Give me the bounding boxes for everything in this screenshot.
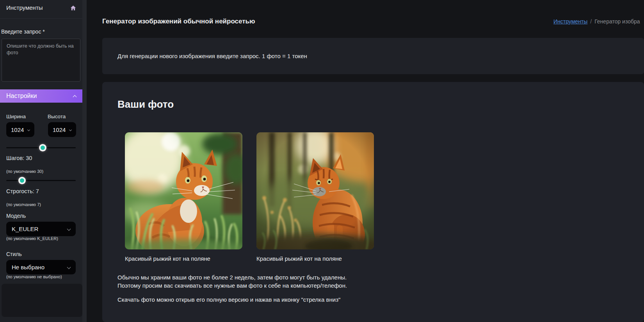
chevron-down-icon bbox=[67, 227, 71, 231]
height-select-value: 1024 bbox=[53, 126, 69, 133]
photos-panel: Ваши фото bbox=[102, 82, 644, 322]
breadcrumb: Инструменты/Генератор изобра bbox=[553, 18, 644, 25]
breadcrumb-separator: / bbox=[590, 18, 592, 25]
prompt-input[interactable] bbox=[2, 39, 80, 82]
breadcrumb-current: Генератор изобра bbox=[594, 18, 640, 25]
photo-caption: Красивый рыжий кот на поляне bbox=[125, 255, 210, 262]
storage-note-line1: Обычно мы храним ваши фото не более 2 не… bbox=[117, 274, 347, 281]
cat-forest-image bbox=[256, 132, 374, 249]
app-root: Инструменты Введите запрос * Настройки Ш… bbox=[0, 0, 644, 322]
home-icon[interactable] bbox=[70, 5, 76, 11]
notice-box: Для генерации нового изображения введите… bbox=[102, 38, 644, 74]
prompt-label: Введите запрос * bbox=[1, 28, 45, 35]
page-title: Генератор изображений обычной нейросетью bbox=[102, 18, 255, 25]
chevron-down-icon bbox=[67, 265, 71, 269]
steps-slider[interactable] bbox=[6, 147, 76, 148]
sidebar: Инструменты Введите запрос * Настройки Ш… bbox=[0, 0, 82, 322]
model-select[interactable]: K_EULER bbox=[6, 222, 76, 236]
steps-default-hint: (по умолчанию 30) bbox=[6, 169, 43, 174]
cat-meadow-image bbox=[125, 132, 242, 249]
model-label: Модель bbox=[6, 213, 26, 219]
sidebar-title: Инструменты bbox=[6, 4, 43, 11]
photos-heading: Ваши фото bbox=[117, 98, 174, 110]
height-label: Высота bbox=[48, 114, 66, 119]
steps-label: Шагов: 30 bbox=[6, 155, 32, 161]
strictness-slider[interactable] bbox=[6, 180, 76, 181]
sidebar-bottom-panel bbox=[2, 284, 82, 317]
style-select-value: Не выбрано bbox=[12, 264, 68, 270]
model-default-hint: (по умолчанию K_EULER) bbox=[6, 236, 58, 241]
strictness-label: Строгость: 7 bbox=[6, 188, 39, 194]
settings-header-label: Настройки bbox=[6, 93, 73, 100]
photo-caption: Красивый рыжий кот на поляне bbox=[256, 255, 342, 262]
strictness-default-hint: (по умолчанию 7) bbox=[6, 202, 41, 207]
storage-note-line2: Поэтому просим вас скачивать все нужные … bbox=[117, 282, 347, 289]
height-select[interactable]: 1024 bbox=[48, 122, 76, 137]
sidebar-scrollbar[interactable] bbox=[82, 0, 87, 322]
strictness-slider-thumb[interactable] bbox=[18, 177, 26, 184]
width-label: Ширина bbox=[6, 114, 26, 119]
style-select[interactable]: Не выбрано bbox=[6, 260, 76, 274]
download-note: Скачать фото можно открыв его полную вер… bbox=[117, 296, 340, 303]
width-select[interactable]: 1024 bbox=[6, 122, 34, 137]
steps-slider-thumb[interactable] bbox=[39, 144, 46, 151]
model-select-value: K_EULER bbox=[12, 226, 68, 232]
style-label: Стиль bbox=[6, 251, 22, 257]
settings-section-header[interactable]: Настройки bbox=[0, 89, 82, 103]
chevron-down-icon bbox=[27, 128, 30, 131]
style-default-hint: (по умолчанию не выбрано) bbox=[6, 274, 62, 279]
generated-photo-1[interactable] bbox=[125, 132, 242, 249]
chevron-up-icon bbox=[73, 95, 77, 99]
chevron-down-icon bbox=[69, 128, 72, 131]
notice-text: Для генерации нового изображения введите… bbox=[117, 53, 307, 59]
generated-photo-2[interactable] bbox=[256, 132, 374, 249]
sidebar-divider bbox=[0, 18, 82, 19]
breadcrumb-link-tools[interactable]: Инструменты bbox=[553, 18, 587, 25]
width-select-value: 1024 bbox=[11, 126, 28, 133]
